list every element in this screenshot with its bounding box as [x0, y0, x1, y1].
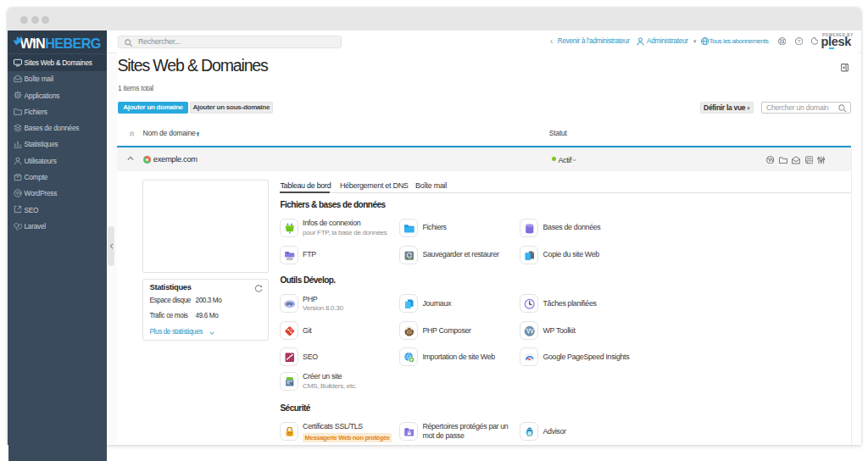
svg-text:php: php	[285, 302, 292, 306]
svg-text:?: ?	[798, 39, 801, 44]
